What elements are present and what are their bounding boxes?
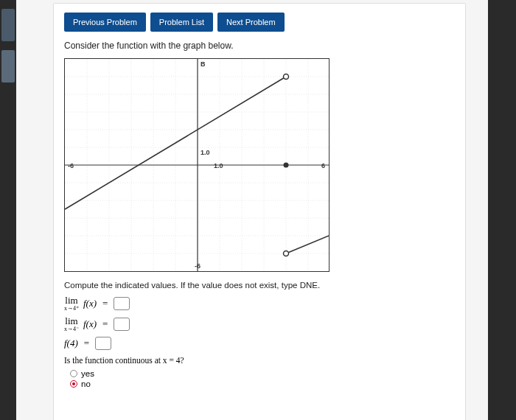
lower-segment [286,236,329,253]
q3-row: f(4) = [64,337,455,350]
function-graph: -6 6 -6 B 1.0 1.0 [64,58,330,272]
x-pos-label: 6 [321,162,325,169]
sidebar-tab-1[interactable] [1,9,15,41]
radio-yes[interactable]: yes [70,369,455,378]
continuity-question: Is the function continuous at x = 4? [64,356,455,365]
q3-answer-input[interactable] [95,337,111,350]
svg-text:B: B [201,60,206,68]
radio-no[interactable]: no [70,379,455,388]
next-problem-button[interactable]: Next Problem [217,13,285,32]
problem-content: Previous Problem Problem List Next Probl… [53,3,466,420]
q2-fx: f(x) [83,318,97,330]
q1-eq: = [102,298,108,309]
radio-no-dot [70,380,77,388]
sidebar-tabs [0,0,16,420]
q2-row: lim x→4⁻ f(x) = [64,316,455,332]
q2-eq: = [102,318,108,330]
radio-yes-dot [70,370,77,377]
problem-list-button[interactable]: Problem List [150,13,213,32]
radio-yes-label: yes [81,369,94,378]
origin-label: 1.0 [201,149,210,156]
open-circle-bottom [284,251,289,256]
compute-instructions: Compute the indicated values. If the val… [64,281,455,290]
x-neg-label: -6 [68,162,74,169]
radio-no-label: no [81,379,91,388]
problem-prompt: Consider the function with the graph bel… [64,41,455,51]
q1-fx: f(x) [83,298,97,309]
q3-fx: f(4) [64,337,78,349]
q1-row: lim x→4⁺ f(x) = [64,295,455,312]
q2-answer-input[interactable] [114,318,130,331]
open-circle-top [284,74,289,80]
previous-problem-button[interactable]: Previous Problem [64,13,146,32]
sidebar-tab-2[interactable] [1,50,15,83]
graph-svg: -6 6 -6 B 1.0 1.0 [65,59,329,271]
closed-point [284,163,289,168]
q1-answer-input[interactable] [114,297,130,310]
y-neg-label: -6 [195,262,201,270]
q1-limit: lim x→4⁺ [64,295,79,312]
q2-limit: lim x→4⁻ [64,316,79,332]
page-wrap: Previous Problem Problem List Next Probl… [16,0,488,420]
x-tick-label: 1.0 [214,162,223,169]
q3-eq: = [84,337,89,349]
nav-row: Previous Problem Problem List Next Probl… [64,13,455,32]
